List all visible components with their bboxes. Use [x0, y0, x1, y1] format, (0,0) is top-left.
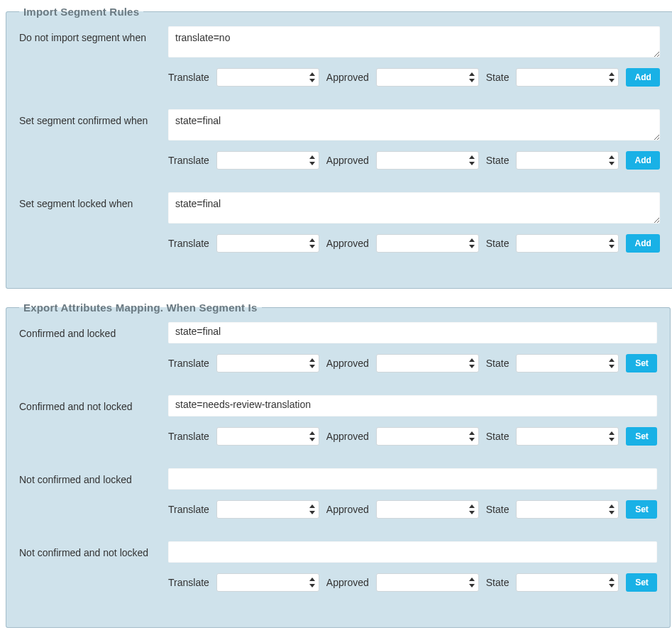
translate-label: Translate — [168, 72, 209, 83]
export-rule-textarea[interactable] — [168, 468, 657, 490]
approved-label: Approved — [326, 358, 369, 369]
export-rule-textarea[interactable] — [168, 395, 657, 416]
import-rule-label: Set segment confirmed when — [19, 109, 161, 170]
export-rule: Not confirmed and not locked Translate A… — [19, 541, 657, 592]
state-label: State — [486, 358, 509, 369]
import-rule-controls: Translate Approved State Add — [168, 68, 660, 87]
translate-select[interactable] — [216, 573, 319, 592]
export-rule-label: Confirmed and not locked — [19, 395, 161, 446]
approved-select[interactable] — [376, 427, 479, 446]
translate-label: Translate — [168, 431, 209, 442]
state-select[interactable] — [516, 573, 619, 592]
import-segment-rules-panel: Import Segment Rules Do not import segme… — [6, 6, 672, 289]
import-legend: Import Segment Rules — [19, 6, 143, 18]
export-rule: Not confirmed and locked Translate Appro… — [19, 468, 657, 519]
export-legend: Export Attributes Mapping. When Segment … — [19, 302, 262, 314]
translate-select[interactable] — [216, 68, 319, 87]
approved-select[interactable] — [376, 68, 479, 87]
translate-label: Translate — [168, 504, 209, 515]
translate-select[interactable] — [216, 500, 319, 519]
translate-select[interactable] — [216, 354, 319, 372]
translate-select[interactable] — [216, 151, 319, 170]
state-select[interactable] — [516, 427, 619, 446]
import-rule-textarea[interactable] — [168, 26, 660, 57]
translate-select[interactable] — [216, 427, 319, 446]
export-rule-controls: Translate Approved State Set — [168, 500, 657, 519]
state-label: State — [486, 155, 509, 166]
import-rule: Set segment confirmed when Translate App… — [19, 109, 660, 170]
import-rule-label: Do not import segment when — [19, 26, 161, 87]
approved-label: Approved — [326, 72, 369, 83]
set-button[interactable]: Set — [626, 427, 657, 446]
add-button[interactable]: Add — [626, 234, 659, 253]
translate-label: Translate — [168, 577, 209, 588]
add-button[interactable]: Add — [626, 151, 659, 170]
approved-label: Approved — [326, 577, 369, 588]
approved-label: Approved — [326, 504, 369, 515]
state-select[interactable] — [516, 151, 619, 170]
state-select[interactable] — [516, 68, 619, 87]
state-select[interactable] — [516, 234, 619, 253]
translate-label: Translate — [168, 155, 209, 166]
import-rule: Do not import segment when Translate App… — [19, 26, 660, 87]
export-attributes-panel: Export Attributes Mapping. When Segment … — [6, 302, 671, 628]
export-rule-textarea[interactable] — [168, 322, 657, 343]
export-rule-textarea[interactable] — [168, 541, 657, 563]
state-select[interactable] — [516, 354, 619, 372]
state-select[interactable] — [516, 500, 619, 519]
set-button[interactable]: Set — [626, 354, 657, 372]
approved-label: Approved — [326, 431, 369, 442]
translate-label: Translate — [168, 358, 209, 369]
export-rule-label: Not confirmed and not locked — [19, 541, 161, 592]
translate-select[interactable] — [216, 234, 319, 253]
approved-label: Approved — [326, 155, 369, 166]
export-rule: Confirmed and locked Translate Approved … — [19, 322, 657, 372]
translate-label: Translate — [168, 238, 209, 249]
import-rule-textarea[interactable] — [168, 192, 660, 223]
export-rule-controls: Translate Approved State Set — [168, 573, 657, 592]
set-button[interactable]: Set — [626, 573, 657, 592]
set-button[interactable]: Set — [626, 500, 657, 519]
approved-label: Approved — [326, 238, 369, 249]
import-rule-controls: Translate Approved State Add — [168, 234, 660, 253]
approved-select[interactable] — [376, 151, 479, 170]
export-rule-controls: Translate Approved State Set — [168, 354, 657, 372]
state-label: State — [486, 72, 509, 83]
import-rule-controls: Translate Approved State Add — [168, 151, 660, 170]
approved-select[interactable] — [376, 234, 479, 253]
state-label: State — [486, 238, 509, 249]
export-rule: Confirmed and not locked Translate Appro… — [19, 395, 657, 446]
approved-select[interactable] — [376, 500, 479, 519]
export-rule-controls: Translate Approved State Set — [168, 427, 657, 446]
export-rule-label: Confirmed and locked — [19, 322, 161, 372]
state-label: State — [486, 504, 509, 515]
state-label: State — [486, 577, 509, 588]
import-rule: Set segment locked when Translate Approv… — [19, 192, 660, 253]
approved-select[interactable] — [376, 573, 479, 592]
add-button[interactable]: Add — [626, 68, 659, 87]
export-rule-label: Not confirmed and locked — [19, 468, 161, 519]
import-rule-textarea[interactable] — [168, 109, 660, 140]
state-label: State — [486, 431, 509, 442]
approved-select[interactable] — [376, 354, 479, 372]
import-rule-label: Set segment locked when — [19, 192, 161, 253]
